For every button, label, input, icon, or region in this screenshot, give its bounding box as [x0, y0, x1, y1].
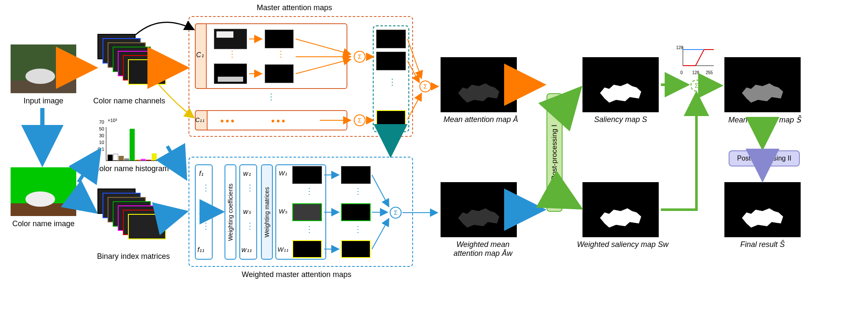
svg-line-25	[408, 39, 422, 78]
svg-line-19	[296, 39, 351, 54]
svg-line-16	[167, 212, 186, 216]
arrows-layer	[0, 0, 868, 316]
svg-line-26	[408, 61, 419, 83]
svg-line-15	[167, 146, 186, 178]
svg-line-13	[78, 150, 100, 182]
svg-line-35	[372, 175, 389, 207]
svg-line-37	[372, 219, 389, 249]
svg-line-41	[564, 199, 580, 208]
svg-line-14	[78, 199, 95, 212]
svg-line-40	[564, 89, 580, 106]
svg-line-21	[296, 59, 351, 74]
svg-line-27	[408, 93, 422, 119]
